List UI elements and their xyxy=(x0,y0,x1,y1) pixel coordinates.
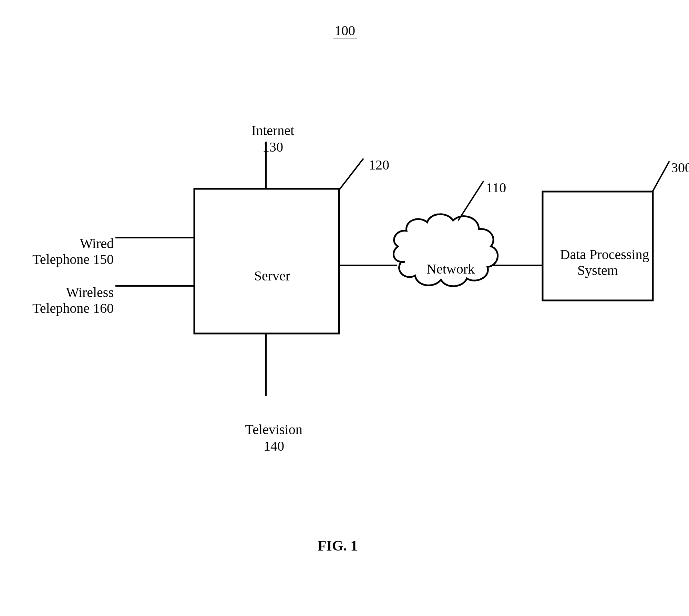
network-ref-text: 110 xyxy=(486,180,506,195)
server-ref: 120 xyxy=(355,141,389,189)
server-ref-text: 120 xyxy=(369,157,389,173)
dps-ref: 300 xyxy=(657,144,689,192)
wired-phone-label-text: Wired Telephone 150 xyxy=(32,236,114,267)
dps-ref-text: 300 xyxy=(671,160,689,175)
figure-caption: FIG. 1 xyxy=(303,537,372,554)
dps-label: Data Processing System xyxy=(543,231,653,294)
wireless-phone-label: Wireless Telephone 160 xyxy=(24,269,114,332)
internet-ref: 130 xyxy=(232,123,300,171)
network-label-text: Network xyxy=(426,261,475,277)
television-ref-text: 140 xyxy=(264,438,284,454)
figure-caption-text: FIG. 1 xyxy=(318,538,358,554)
network-ref: 110 xyxy=(472,164,506,212)
server-label: Server xyxy=(231,252,300,300)
network-label: Network xyxy=(409,245,478,293)
server-label-text: Server xyxy=(254,268,290,284)
television-ref: 140 xyxy=(224,422,310,470)
wireless-phone-label-text: Wireless Telephone 160 xyxy=(32,285,114,316)
internet-ref-text: 130 xyxy=(263,139,283,155)
dps-label-text: Data Processing System xyxy=(560,247,649,278)
diagram-canvas: 100 Server Network xyxy=(0,0,689,616)
